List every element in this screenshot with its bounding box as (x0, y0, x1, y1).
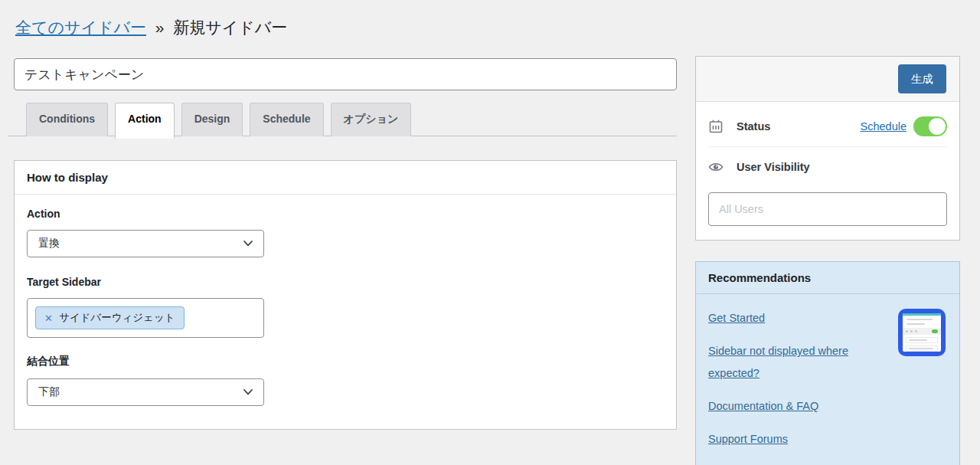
toggle-knob (929, 118, 946, 135)
panel-title: How to display (15, 161, 676, 195)
user-visibility-row: User Visibility (708, 153, 947, 181)
user-visibility-input[interactable] (708, 192, 947, 226)
merge-position-select[interactable]: 下部 (27, 378, 264, 406)
publish-panel: 生成 Status Schedule (695, 56, 960, 241)
calendar-icon (708, 119, 724, 134)
action-label: Action (27, 208, 664, 220)
support-forums-link[interactable]: Support Forums (708, 433, 788, 445)
tab-bar: Conditions Action Design Schedule オプション (14, 103, 677, 139)
status-row: Status Schedule (708, 113, 947, 140)
selected-sidebar-chip: ✕ サイドバーウィジェット (35, 306, 185, 329)
chevron-down-icon (243, 241, 253, 247)
target-sidebar-multiselect[interactable]: ✕ サイドバーウィジェット (27, 298, 264, 338)
action-select-value: 置換 (38, 237, 60, 251)
row-divider (708, 146, 947, 147)
sidebar-title-input[interactable] (14, 58, 677, 90)
documentation-faq-link[interactable]: Documentation & FAQ (708, 400, 818, 412)
merge-position-select-value: 下部 (38, 385, 60, 399)
remove-chip-icon[interactable]: ✕ (44, 313, 53, 323)
all-sidebars-link[interactable]: 全てのサイドバー (15, 18, 146, 36)
recommendations-title: Recommendations (696, 262, 959, 294)
merge-position-label: 結合位置 (27, 355, 664, 368)
breadcrumb-separator: » (155, 18, 165, 36)
publish-panel-header: 生成 (696, 57, 959, 102)
eye-icon (708, 159, 724, 175)
sidebar-not-displayed-link[interactable]: Sidebar not displayed where expected? (708, 345, 848, 378)
chevron-down-icon (243, 389, 253, 395)
tab-options[interactable]: オプション (331, 103, 412, 136)
schedule-toggle[interactable] (913, 116, 947, 136)
schedule-link[interactable]: Schedule (861, 120, 906, 133)
tab-schedule[interactable]: Schedule (250, 103, 323, 136)
tab-action[interactable]: Action (115, 103, 175, 139)
get-started-link[interactable]: Get Started (708, 312, 765, 324)
tab-conditions[interactable]: Conditions (26, 103, 108, 136)
target-sidebar-label: Target Sidebar (27, 276, 664, 288)
page: 全てのサイドバー » 新規サイドバー Conditions Action Des… (0, 0, 980, 465)
recommendations-panel: Recommendations (695, 261, 960, 465)
how-to-display-panel: How to display Action 置換 Target Sidebar … (14, 160, 677, 430)
user-visibility-label: User Visibility (737, 161, 947, 173)
generate-button[interactable]: 生成 (898, 64, 946, 93)
chip-label: サイドバーウィジェット (59, 311, 175, 325)
breadcrumb-current: 新規サイドバー (173, 18, 287, 36)
tab-design[interactable]: Design (181, 103, 243, 136)
status-label: Status (737, 120, 861, 133)
plugin-illustration-icon (898, 309, 946, 356)
breadcrumb: 全てのサイドバー » 新規サイドバー (15, 17, 959, 38)
action-select[interactable]: 置換 (27, 230, 264, 257)
